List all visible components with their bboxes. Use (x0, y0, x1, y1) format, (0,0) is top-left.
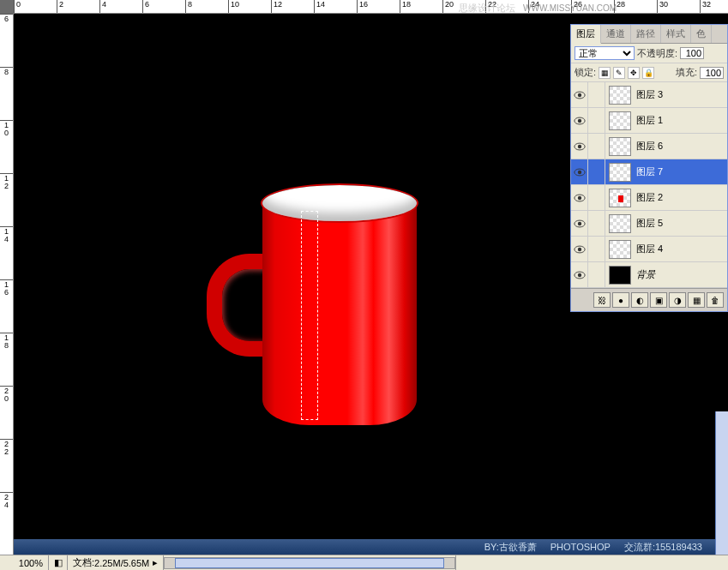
layer-row[interactable]: 背景 (571, 262, 727, 288)
horizontal-scrollbar[interactable] (164, 557, 455, 569)
layers-panel[interactable]: 图层通道路径样式色 正常 不透明度: 锁定: ▦ ✎ ✥ 🔒 填充: 图层 3图… (570, 24, 728, 312)
layer-link-cell[interactable] (588, 262, 605, 287)
layer-visibility-icon[interactable] (571, 82, 588, 107)
svg-point-9 (577, 195, 581, 199)
layer-link-cell[interactable] (588, 108, 605, 133)
layer-thumbnail[interactable] (609, 189, 631, 207)
svg-point-1 (577, 93, 581, 96)
layer-name-label: 图层 7 (635, 165, 727, 178)
layer-visibility-icon[interactable] (571, 237, 588, 261)
layer-visibility-icon[interactable] (571, 262, 588, 287)
layer-visibility-icon[interactable] (571, 134, 588, 159)
lock-transparent-icon[interactable]: ▦ (599, 67, 611, 79)
doc-size-label: 文档: (73, 556, 94, 569)
layer-row[interactable]: 图层 3 (571, 82, 727, 108)
layer-visibility-icon[interactable] (571, 159, 588, 184)
ruler-v-mark: 16 (0, 279, 13, 297)
fill-label: 填充: (676, 66, 697, 79)
svg-point-3 (577, 118, 581, 122)
ruler-h-mark: 18 (400, 0, 411, 13)
watermark-text: 思缘设计论坛 (459, 3, 515, 13)
doc-menu-arrow[interactable]: ▸ (153, 557, 158, 568)
lock-all-icon[interactable]: 🔒 (642, 67, 654, 79)
layer-link-cell[interactable] (588, 237, 605, 261)
selection-marquee[interactable] (301, 211, 318, 420)
new-layer-button[interactable]: ▦ (688, 292, 705, 308)
layer-link-cell[interactable] (588, 211, 605, 236)
bottom-watermark: BY:古欲香萧 PHOTOSHOP 交流群:155189433 (14, 539, 728, 555)
link-layers-button[interactable]: ⛓ (593, 292, 611, 308)
ruler-horizontal: 02468101214161820222426283032 (14, 0, 728, 14)
layer-row[interactable]: 图层 7 (571, 159, 727, 185)
panel-tabs: 图层通道路径样式色 (571, 25, 727, 44)
panel-footer: ⛓ ● ◐ ▣ ◑ ▦ 🗑 (571, 288, 727, 311)
watermark-app: PHOTOSHOP (551, 542, 611, 552)
layer-thumbnail[interactable] (609, 266, 631, 285)
ruler-h-mark: 0 (14, 0, 21, 13)
layer-link-cell[interactable] (588, 82, 605, 107)
doc-size-value: 2.25M/5.65M (94, 558, 149, 568)
fill-input[interactable] (700, 67, 724, 79)
ruler-h-mark: 2 (57, 0, 63, 13)
layer-thumbnail[interactable] (609, 240, 631, 259)
panel-tab-4[interactable]: 色 (691, 25, 712, 43)
layer-row[interactable]: 图层 6 (571, 134, 727, 159)
ruler-h-mark: 20 (442, 0, 454, 13)
panel-tab-2[interactable]: 路径 (631, 25, 661, 43)
layer-row[interactable]: 图层 4 (571, 237, 727, 262)
layer-style-button[interactable]: ● (612, 292, 629, 308)
layers-list: 图层 3图层 1图层 6图层 7图层 2图层 5图层 4背景 (571, 82, 727, 288)
nav-preview-icon[interactable]: ◧ (49, 555, 68, 570)
ruler-h-mark: 8 (185, 0, 192, 13)
panel-tab-0[interactable]: 图层 (571, 25, 601, 44)
layer-visibility-icon[interactable] (571, 108, 588, 133)
layer-row[interactable]: 图层 5 (571, 211, 727, 237)
layer-visibility-icon[interactable] (571, 185, 588, 210)
ruler-h-mark: 30 (657, 0, 668, 13)
layer-thumbnail[interactable] (609, 163, 631, 182)
mug-body (262, 202, 417, 425)
layer-name-label: 图层 4 (635, 243, 727, 255)
lock-move-icon[interactable]: ✥ (628, 67, 640, 79)
watermark-group: 交流群:155189433 (624, 541, 702, 554)
ruler-h-mark: 10 (228, 0, 239, 13)
layer-row[interactable]: 图层 1 (571, 108, 727, 134)
svg-point-15 (577, 273, 581, 276)
blend-mode-select[interactable]: 正常 (575, 46, 635, 60)
ruler-h-mark: 6 (142, 0, 149, 13)
layer-thumbnail[interactable] (609, 137, 631, 156)
panel-tab-1[interactable]: 通道 (601, 25, 631, 43)
layer-thumbnail[interactable] (609, 214, 631, 233)
layer-visibility-icon[interactable] (571, 211, 588, 236)
layer-link-cell[interactable] (588, 159, 605, 184)
layer-name-label: 图层 3 (635, 88, 727, 101)
layer-name-label: 背景 (635, 268, 727, 281)
layer-thumbnail[interactable] (609, 111, 631, 130)
layer-link-cell[interactable] (588, 134, 605, 159)
ruler-v-mark: 20 (0, 386, 13, 403)
ruler-h-mark: 12 (271, 0, 282, 13)
delete-layer-button[interactable]: 🗑 (707, 292, 724, 308)
lock-brush-icon[interactable]: ✎ (613, 67, 625, 79)
ruler-h-mark: 4 (99, 0, 106, 13)
ruler-v-mark: 8 (0, 67, 13, 76)
adjustment-layer-button[interactable]: ◑ (669, 292, 686, 308)
panel-tab-3[interactable]: 样式 (661, 25, 691, 43)
layer-row[interactable]: 图层 2 (571, 185, 727, 211)
layer-mask-button[interactable]: ◐ (631, 292, 648, 308)
mug-artwork (220, 185, 425, 434)
layer-link-cell[interactable] (588, 185, 605, 210)
ruler-v-mark: 24 (0, 492, 13, 509)
svg-point-11 (577, 221, 581, 225)
vertical-scrollbar[interactable] (715, 411, 728, 555)
layer-name-label: 图层 1 (635, 114, 727, 127)
ruler-v-mark: 14 (0, 226, 13, 243)
svg-point-13 (577, 247, 581, 250)
new-group-button[interactable]: ▣ (650, 292, 667, 308)
lock-label: 锁定: (575, 66, 596, 79)
opacity-input[interactable] (680, 47, 704, 59)
ruler-h-mark: 14 (314, 0, 325, 13)
layer-thumbnail[interactable] (609, 86, 631, 105)
zoom-input[interactable] (5, 558, 43, 568)
layer-name-label: 图层 6 (635, 140, 727, 153)
